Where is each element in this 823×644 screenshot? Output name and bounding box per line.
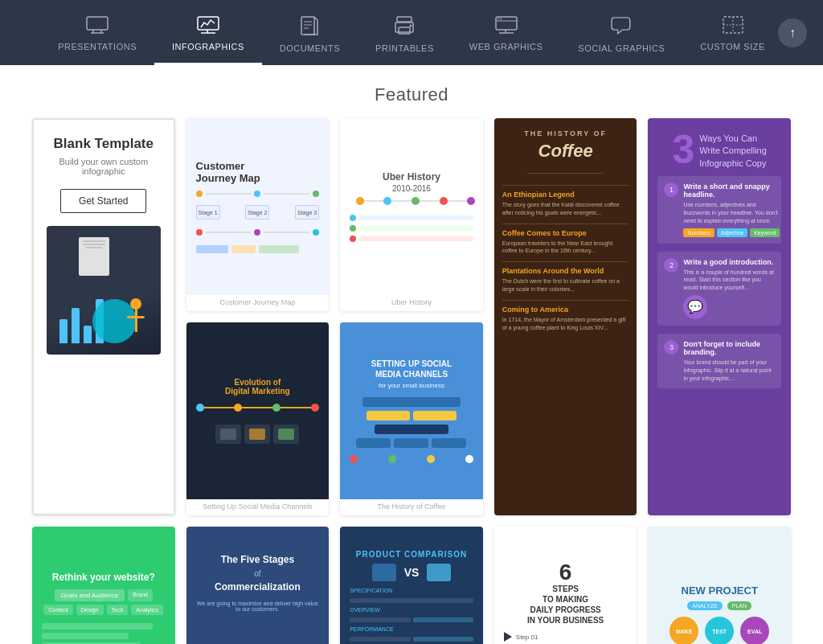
scroll-up-button[interactable]: ↑ [778, 18, 807, 47]
coffee-history-header: THE HISTORY OF [524, 129, 607, 137]
printables-icon [393, 16, 416, 39]
nav-web-graphics[interactable]: WEB GRAPHICS [452, 8, 561, 65]
dm-title: Evolution ofDigital Marketing [225, 378, 290, 396]
template-grid: Blank Template Build your own custom inf… [0, 118, 823, 644]
customer-journey-map-card[interactable]: CustomerJourney Map Stage 1 Stage 2 Stag… [186, 118, 330, 311]
featured-title: Featured [0, 65, 823, 118]
nav-infographics-label: INFOGRAPHICS [172, 42, 244, 51]
three-ways-num: 3 [673, 129, 695, 170]
svg-point-18 [500, 18, 502, 20]
cjm-title: CustomerJourney Map [196, 160, 260, 184]
nav-items: PRESENTATIONS INFOGRAPHICS [40, 8, 783, 65]
uber-history-card[interactable]: Uber History2010-2016 [340, 118, 483, 311]
social-graphics-icon [611, 16, 632, 39]
social-label: The History of Coffee [340, 499, 483, 515]
dm-label: Setting Up Social Media Channels [186, 499, 330, 515]
nav-printables[interactable]: PRINTABLES [358, 8, 452, 65]
product-comparison-card[interactable]: PRODUCT COMPARISON VS SPECIFICATION OVER… [340, 527, 483, 644]
svg-point-17 [497, 18, 499, 20]
social-title: SETTING UP SOCIALMEDIA CHANNELSfor your … [371, 359, 452, 390]
five-stages-title: The Five StagesofCommercialization [215, 553, 301, 593]
web-graphics-icon [495, 16, 518, 37]
product-comparison-title: PRODUCT COMPARISON [356, 550, 467, 559]
nav-infographics[interactable]: INFOGRAPHICS [154, 8, 262, 65]
get-started-button[interactable]: Get Started [60, 189, 146, 213]
cjm-label: Customer Journey Map [186, 295, 330, 311]
blank-template-subtitle: Build your own custom infographic [47, 157, 161, 176]
new-project-card[interactable]: NEW PROJECT ANALYZE PLAN MAKE TEST EVAL … [648, 527, 791, 644]
top-navigation: PRESENTATIONS INFOGRAPHICS [0, 0, 823, 65]
nav-social-graphics-label: SOCIAL GRAPHICS [578, 43, 665, 53]
6steps-num: 6 [559, 561, 572, 584]
3-ways-card[interactable]: 3 Ways You CanWrite CompellingInfographi… [648, 118, 791, 515]
svg-rect-11 [397, 17, 412, 22]
coffee-history-card[interactable]: THE HISTORY OF Coffee An Ethiopian Legen… [494, 118, 637, 515]
blank-template-title: Blank Template [54, 136, 154, 152]
presentations-icon [86, 16, 109, 37]
nav-custom-size[interactable]: CUSTOM SIZE [682, 8, 782, 65]
nav-documents[interactable]: DOCUMENTS [262, 8, 358, 65]
custom-size-icon [723, 16, 743, 37]
uber-title: Uber History2010-2016 [383, 171, 440, 194]
nav-custom-size-label: CUSTOM SIZE [700, 42, 764, 51]
nav-web-graphics-label: WEB GRAPHICS [469, 42, 543, 51]
svg-rect-13 [399, 27, 410, 34]
nav-social-graphics[interactable]: SOCIAL GRAPHICS [560, 8, 682, 65]
main-content: Featured Blank Template Build your own c… [0, 65, 823, 644]
social-media-card[interactable]: SETTING UP SOCIALMEDIA CHANNELSfor your … [340, 322, 483, 515]
documents-icon [301, 16, 318, 39]
new-project-title: NEW PROJECT [682, 585, 758, 597]
nav-documents-label: DOCUMENTS [280, 43, 340, 53]
svg-point-14 [410, 25, 412, 27]
five-stages-card[interactable]: The Five StagesofCommercialization We ar… [186, 527, 330, 644]
uber-label: Uber History [340, 295, 483, 311]
rethink-title: Rethink your website? [52, 572, 155, 583]
nav-presentations[interactable]: PRESENTATIONS [40, 8, 154, 65]
6-steps-card[interactable]: 6 STEPSTO MAKINGDAILY PROGRESSIN YOUR BU… [494, 527, 637, 644]
blank-template-card[interactable]: Blank Template Build your own custom inf… [32, 118, 175, 515]
svg-rect-0 [87, 17, 108, 30]
6steps-title: STEPSTO MAKINGDAILY PROGRESSIN YOUR BUSI… [527, 584, 604, 626]
nav-printables-label: PRINTABLES [375, 43, 434, 53]
three-ways-text: Ways You CanWrite CompellingInfographic … [699, 133, 767, 170]
coffee-main-title: Coffee [538, 141, 593, 162]
infographics-icon [197, 16, 219, 37]
digital-marketing-card[interactable]: Evolution ofDigital Marketing [186, 322, 330, 515]
svg-rect-7 [301, 17, 314, 35]
nav-presentations-label: PRESENTATIONS [58, 42, 137, 51]
rethink-website-card[interactable]: Rethink your website? Goals and Audience… [32, 527, 175, 644]
